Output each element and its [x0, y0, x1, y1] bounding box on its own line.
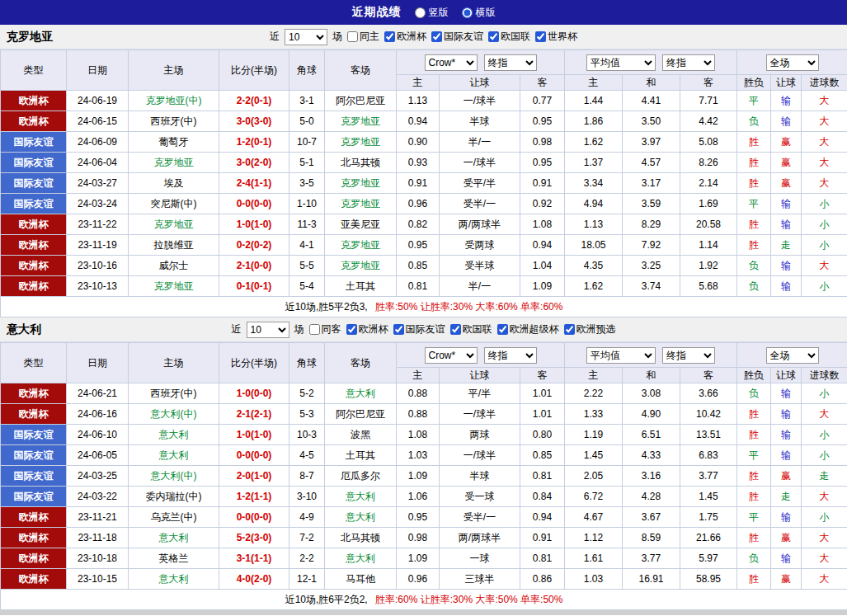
- near-count-select[interactable]: 10: [285, 29, 327, 45]
- euro-index-select[interactable]: 终指: [662, 347, 715, 364]
- competition-checkbox[interactable]: [488, 31, 499, 42]
- competition-checkbox[interactable]: [431, 31, 442, 42]
- competition-filter[interactable]: 欧国联: [450, 322, 492, 336]
- layout-option-horizontal[interactable]: 横版: [462, 6, 496, 20]
- competition-checkbox[interactable]: [384, 31, 395, 42]
- result-goals: 大: [802, 91, 847, 111]
- table-row: 欧洲杯24-06-16意大利(中)2-1(2-1)5-3阿尔巴尼亚0.88一/球…: [1, 404, 847, 425]
- competition-filter[interactable]: 世界杯: [535, 30, 577, 44]
- same-side-checkbox[interactable]: [347, 31, 358, 42]
- team-section: 克罗地亚 近 10 场 同主 欧洲杯国际友谊欧国联世界杯: [0, 25, 847, 317]
- match-date: 23-10-13: [67, 276, 129, 297]
- away-team: 意大利: [325, 383, 397, 404]
- result-goals: 小: [802, 507, 847, 528]
- match-type: 欧洲杯: [1, 256, 67, 276]
- competition-checkbox[interactable]: [393, 324, 404, 335]
- vertical-radio[interactable]: [415, 7, 426, 18]
- competition-filter[interactable]: 欧洲杯: [384, 30, 426, 44]
- euro-home-odds: 1.33: [565, 404, 623, 425]
- asian-handicap: 三球半: [440, 569, 520, 590]
- scope-select[interactable]: 全场: [766, 54, 819, 71]
- score: 0-0(0-0): [219, 507, 289, 528]
- euro-provider-select[interactable]: 平均值: [586, 347, 656, 364]
- corners: 5-1: [289, 153, 325, 173]
- corners: 12-1: [289, 569, 325, 590]
- summary-record: 近10场,胜6平2负2,: [285, 594, 368, 605]
- match-type: 国际友谊: [1, 425, 67, 445]
- competition-filter[interactable]: 国际友谊: [431, 30, 483, 44]
- competition-checkbox[interactable]: [535, 31, 546, 42]
- asian-home-odds: 0.96: [397, 194, 440, 214]
- competition-checkbox[interactable]: [497, 324, 508, 335]
- match-type: 欧洲杯: [1, 235, 67, 256]
- same-side-checkbox[interactable]: [309, 324, 320, 335]
- asian-home-odds: 0.88: [397, 383, 440, 404]
- asian-provider-select[interactable]: Crow*: [425, 54, 478, 71]
- euro-draw-odds: 8.29: [623, 214, 680, 235]
- competition-checkbox[interactable]: [450, 324, 461, 335]
- away-team: 北马其顿: [325, 153, 397, 173]
- competition-filter[interactable]: 国际友谊: [393, 322, 445, 336]
- corners: 4-9: [289, 507, 325, 528]
- asian-away-odds: 0.86: [520, 569, 565, 590]
- competition-filter[interactable]: 欧洲杯: [346, 322, 388, 336]
- euro-provider-select[interactable]: 平均值: [586, 54, 656, 71]
- asian-handicap: 一球: [440, 548, 520, 569]
- asian-home-odds: 1.03: [397, 445, 440, 466]
- competition-label: 世界杯: [548, 30, 577, 44]
- col-score: 比分(半场): [219, 50, 289, 91]
- euro-draw-odds: 3.50: [623, 111, 680, 132]
- result-handicap: 输: [771, 214, 802, 235]
- result-winloss: 胜: [737, 569, 771, 590]
- euro-away-odds: 21.66: [680, 528, 737, 548]
- score: 1-0(1-0): [219, 425, 289, 445]
- euro-home-odds: 1.62: [565, 276, 623, 297]
- competition-filter[interactable]: 欧洲超级杯: [497, 322, 559, 336]
- asian-handicap: 两球: [440, 425, 520, 445]
- asian-provider-select[interactable]: Crow*: [425, 347, 478, 364]
- euro-home-odds: 18.05: [565, 235, 623, 256]
- euro-draw-odds: 4.90: [623, 404, 680, 425]
- away-team: 亚美尼亚: [325, 214, 397, 235]
- result-winloss: 平: [737, 507, 771, 528]
- asian-home-odds: 0.90: [397, 132, 440, 153]
- asian-handicap: 半球: [440, 466, 520, 487]
- result-winloss: 胜: [737, 173, 771, 194]
- score: 2-1(2-1): [219, 404, 289, 425]
- sub-handicap-result: 让球: [771, 368, 802, 383]
- col-date: 日期: [67, 50, 129, 91]
- same-side-filter[interactable]: 同主: [347, 30, 379, 44]
- asian-home-odds: 0.88: [397, 404, 440, 425]
- sub-euro-home: 主: [565, 368, 623, 383]
- euro-home-odds: 3.34: [565, 173, 623, 194]
- result-goals: 小: [802, 276, 847, 297]
- competition-checkbox[interactable]: [346, 324, 357, 335]
- layout-option-vertical[interactable]: 竖版: [415, 6, 449, 20]
- competition-filter[interactable]: 欧国联: [488, 30, 530, 44]
- asian-home-odds: 0.96: [397, 569, 440, 590]
- result-handicap: 输: [771, 548, 802, 569]
- filter-controls: 近 10 场 同主 欧洲杯国际友谊欧国联世界杯: [270, 29, 577, 45]
- competition-filter[interactable]: 欧洲预选: [564, 322, 616, 336]
- away-team: 阿尔巴尼亚: [325, 404, 397, 425]
- competition-checkbox[interactable]: [564, 324, 575, 335]
- asian-index-select[interactable]: 终指: [484, 347, 537, 364]
- sub-euro-away: 客: [680, 368, 737, 383]
- euro-index-select[interactable]: 终指: [662, 54, 715, 71]
- sub-asian-home: 主: [397, 368, 440, 383]
- asian-index-select[interactable]: 终指: [484, 54, 537, 71]
- scope-select[interactable]: 全场: [766, 347, 819, 364]
- near-count-select[interactable]: 10: [247, 322, 289, 338]
- asian-home-odds: 1.06: [397, 487, 440, 507]
- euro-draw-odds: 4.28: [623, 487, 680, 507]
- same-side-filter[interactable]: 同客: [309, 322, 341, 336]
- result-handicap: 赢: [771, 569, 802, 590]
- match-date: 23-11-22: [67, 214, 129, 235]
- away-team: 土耳其: [325, 276, 397, 297]
- col-corners: 角球: [289, 343, 325, 383]
- asian-handicap: 半/一: [440, 132, 520, 153]
- asian-handicap: 受半球: [440, 256, 520, 276]
- horizontal-radio[interactable]: [462, 7, 473, 18]
- home-team: 突尼斯(中): [129, 194, 219, 214]
- table-row: 国际友谊24-03-22委内瑞拉(中)1-2(1-1)3-10意大利1.06受一…: [1, 487, 847, 507]
